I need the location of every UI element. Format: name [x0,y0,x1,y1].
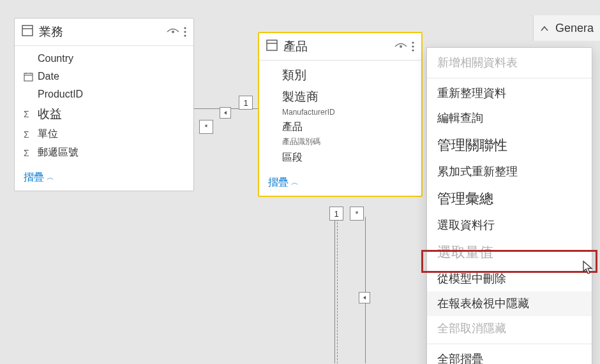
chevron-up-icon [540,22,549,35]
svg-point-3 [184,27,186,29]
chevron-up-icon: ︿ [47,172,54,183]
field-manufacturer[interactable]: 製造商 [259,86,421,108]
table-icon [21,24,34,40]
menu-separator [427,78,592,78]
svg-point-5 [184,34,186,36]
menu-delete-from-model[interactable]: 從模型中刪除 [427,266,592,291]
cardinality-one: 1 [239,96,253,110]
menu-select-columns[interactable]: 選取資料行 [427,213,592,238]
visibility-icon[interactable] [167,27,179,36]
field-units[interactable]: Σ 單位 [15,125,193,143]
menu-manage-aggregations[interactable]: 管理彙總 [427,184,592,213]
field-label: 產品 [282,120,303,134]
sigma-icon: Σ [24,148,38,158]
visibility-icon[interactable] [394,42,407,51]
field-label: 類別 [282,67,306,84]
field-label: 單位 [38,127,58,141]
menu-collapse-all[interactable]: 全部摺疊 [427,347,592,364]
menu-unhide-all: 全部取消隱藏 [427,316,592,341]
menu-hide-in-report[interactable]: 在報表檢視中隱藏 [427,291,592,316]
field-label: Date [38,71,59,82]
field-zip[interactable]: Σ 郵遞區號 [15,143,193,162]
field-label: ManufacturerID [282,108,335,117]
field-label: 產品識別碼 [282,136,320,147]
svg-rect-6 [24,73,33,81]
table-title: 業務 [39,24,163,40]
field-country[interactable]: Country [15,50,193,68]
menu-separator [427,344,592,344]
chevron-up-icon: ︿ [291,177,299,188]
field-category[interactable]: 類別 [259,64,421,86]
sigma-icon: Σ [24,109,38,119]
context-menu[interactable]: 新增相關資料表 重新整理資料 編輯查詢 管理關聯性 累加式重新整理 管理彙總 選… [426,47,592,364]
table-card-product[interactable]: 產品 類別 製造商 ManufacturerID 產品 產品識別碼 區段 摺疊 … [258,32,423,197]
field-productcode[interactable]: 產品識別碼 [259,136,421,149]
relationship-line-dashed [337,213,338,363]
field-date[interactable]: Date [15,68,193,85]
relationship-line[interactable] [365,217,366,363]
field-productid[interactable]: ProductID [15,85,193,103]
cardinality-one: 1 [329,207,343,221]
menu-select-measures: 選取量值 [427,238,592,266]
filter-direction-icon [220,107,231,119]
table-header-product: 產品 [259,33,421,61]
table-header-sales: 業務 [15,18,193,46]
svg-point-2 [172,31,174,33]
svg-point-12 [400,45,402,48]
collapse-label: 摺疊 [268,176,289,189]
collapse-link[interactable]: 摺疊 ︿ [259,171,421,196]
field-manufacturerid[interactable]: ManufacturerID [259,108,421,118]
general-pane-header[interactable]: Genera [533,15,600,41]
menu-refresh-data[interactable]: 重新整理資料 [427,81,592,106]
relationship-line[interactable] [334,213,335,363]
field-label: Country [38,53,73,64]
more-options-icon[interactable] [183,26,187,38]
field-product[interactable]: 產品 [259,118,421,136]
field-label: 郵遞區號 [38,146,79,159]
table-icon [266,39,278,54]
collapse-link[interactable]: 摺疊 ︿ [15,166,193,191]
field-segment[interactable]: 區段 [259,149,421,167]
svg-point-15 [412,49,414,51]
cardinality-many: * [350,207,364,221]
menu-add-related: 新增相關資料表 [427,50,592,75]
collapse-label: 摺疊 [24,171,44,184]
field-revenue[interactable]: Σ 收益 [15,103,193,125]
calendar-icon [24,72,38,82]
more-options-icon[interactable] [411,41,415,52]
table-card-sales[interactable]: 業務 Country Date ProductID Σ 收益 Σ 單位 [14,18,194,191]
menu-incremental-refresh[interactable]: 累加式重新整理 [427,159,592,184]
sigma-icon: Σ [24,129,38,140]
field-label: 製造商 [282,89,319,105]
table-body-sales: Country Date ProductID Σ 收益 Σ 單位 Σ 郵遞區號 [15,46,193,166]
menu-edit-query[interactable]: 編輯查詢 [427,106,592,131]
svg-rect-0 [22,25,33,36]
table-title: 產品 [283,38,391,55]
filter-direction-icon [359,292,370,303]
svg-point-14 [412,45,414,47]
table-body-product: 類別 製造商 ManufacturerID 產品 產品識別碼 區段 [259,61,421,171]
pane-title: Genera [555,22,594,35]
model-canvas[interactable]: 業務 Country Date ProductID Σ 收益 Σ 單位 [0,0,600,364]
field-label: 區段 [282,151,303,164]
field-label: ProductID [38,89,83,100]
field-label: 收益 [38,106,62,122]
svg-point-13 [412,41,414,43]
cardinality-many: * [199,120,213,134]
svg-point-4 [184,31,186,33]
svg-rect-10 [267,40,277,50]
menu-manage-relationships[interactable]: 管理關聯性 [427,131,592,159]
